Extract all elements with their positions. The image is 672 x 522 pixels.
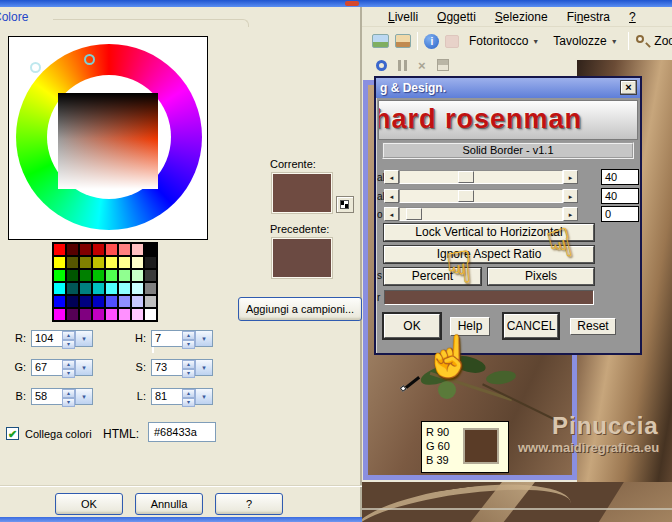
- palette-swatch[interactable]: [118, 256, 131, 269]
- slider-left-arrow-icon[interactable]: ◂: [384, 189, 399, 203]
- r-value-field[interactable]: 104: [32, 331, 62, 346]
- palette-swatch[interactable]: [79, 282, 92, 295]
- menu-livelli[interactable]: Livelli: [388, 10, 418, 24]
- link-colors-checkbox[interactable]: ✔: [6, 427, 19, 440]
- info-icon[interactable]: i: [424, 34, 439, 49]
- browse-image-icon[interactable]: [372, 34, 389, 48]
- slider-track[interactable]: [399, 207, 563, 221]
- slider-right-arrow-icon[interactable]: ▸: [563, 189, 578, 203]
- b-dropdown-icon[interactable]: ▾: [75, 389, 92, 404]
- palette-swatch[interactable]: [105, 269, 118, 282]
- slider-left-arrow-icon[interactable]: ◂: [384, 170, 399, 184]
- palette-swatch[interactable]: [92, 269, 105, 282]
- record-icon[interactable]: [376, 60, 387, 71]
- palette-swatch[interactable]: [92, 308, 105, 321]
- h-down-arrow-icon[interactable]: ▾: [182, 340, 195, 349]
- menu-?[interactable]: ?: [629, 10, 636, 24]
- r-up-arrow-icon[interactable]: ▴: [62, 331, 75, 340]
- g-down-arrow-icon[interactable]: ▾: [62, 369, 75, 378]
- palette-swatch[interactable]: [105, 282, 118, 295]
- l-dropdown-icon[interactable]: ▾: [195, 389, 212, 404]
- fotoritocco-button[interactable]: Fotoritocco ▼: [465, 32, 543, 50]
- slider-track[interactable]: [399, 170, 563, 184]
- s-dropdown-icon[interactable]: ▾: [195, 360, 212, 375]
- palette-swatch[interactable]: [79, 243, 92, 256]
- palette-swatch[interactable]: [53, 295, 66, 308]
- g-value-field[interactable]: 67: [32, 360, 62, 375]
- palette-swatch[interactable]: [66, 308, 79, 321]
- slider-track[interactable]: [399, 189, 563, 203]
- palette-swatch[interactable]: [131, 295, 144, 308]
- palette-swatch[interactable]: [79, 269, 92, 282]
- slider-right-arrow-icon[interactable]: ▸: [563, 170, 578, 184]
- palette-swatch[interactable]: [118, 282, 131, 295]
- tavolozze-button[interactable]: Tavolozze ▼: [549, 32, 621, 50]
- add-to-swatches-button[interactable]: Aggiungi a campioni...: [238, 297, 362, 321]
- l-down-arrow-icon[interactable]: ▾: [182, 398, 195, 407]
- plugin-cancel-button[interactable]: CANCEL: [504, 314, 558, 338]
- slider-value-field[interactable]: 0: [601, 206, 639, 222]
- palette-swatch[interactable]: [66, 295, 79, 308]
- palette-swatch[interactable]: [92, 243, 105, 256]
- help-button[interactable]: ?: [215, 493, 283, 515]
- palette-swatch[interactable]: [144, 295, 157, 308]
- slider-left-arrow-icon[interactable]: ◂: [384, 207, 399, 221]
- g-up-arrow-icon[interactable]: ▴: [62, 360, 75, 369]
- palette-swatch[interactable]: [144, 256, 157, 269]
- border-color-swatch[interactable]: [384, 290, 594, 305]
- palette-swatch[interactable]: [92, 295, 105, 308]
- l-up-arrow-icon[interactable]: ▴: [182, 389, 195, 398]
- html-color-field[interactable]: #68433a: [148, 422, 216, 442]
- slider-thumb[interactable]: [458, 190, 474, 202]
- palette-swatch[interactable]: [53, 243, 66, 256]
- h-up-arrow-icon[interactable]: ▴: [182, 331, 195, 340]
- palette-swatch[interactable]: [66, 243, 79, 256]
- palette-swatch[interactable]: [131, 269, 144, 282]
- ok-button[interactable]: OK: [55, 493, 123, 515]
- pixels-button[interactable]: Pixels: [488, 268, 594, 285]
- palette-swatch[interactable]: [66, 282, 79, 295]
- palette-swatch[interactable]: [53, 269, 66, 282]
- palette-swatch[interactable]: [53, 282, 66, 295]
- palette-swatch[interactable]: [53, 308, 66, 321]
- g-dropdown-icon[interactable]: ▾: [75, 360, 92, 375]
- cancel-button[interactable]: Annulla: [135, 493, 203, 515]
- palette-swatch[interactable]: [131, 282, 144, 295]
- h-value-field[interactable]: 7: [152, 331, 182, 346]
- palette-swatch[interactable]: [92, 256, 105, 269]
- l-value-field[interactable]: 81: [152, 389, 182, 404]
- h-dropdown-icon[interactable]: ▾: [195, 331, 212, 346]
- scan-image-icon[interactable]: [395, 34, 412, 48]
- saturation-lightness-square[interactable]: [58, 93, 158, 189]
- palette-swatch[interactable]: [131, 256, 144, 269]
- palette-swatch[interactable]: [118, 295, 131, 308]
- slider-thumb[interactable]: [458, 171, 474, 183]
- title-bar[interactable]: [0, 0, 672, 7]
- palette-swatch[interactable]: [105, 243, 118, 256]
- transparency-checker-button[interactable]: [336, 196, 354, 213]
- close-icon[interactable]: ×: [620, 80, 637, 95]
- palette-swatch[interactable]: [105, 256, 118, 269]
- palette-swatch[interactable]: [66, 269, 79, 282]
- palette-swatch[interactable]: [131, 243, 144, 256]
- b-down-arrow-icon[interactable]: ▾: [62, 398, 75, 407]
- palette-swatch[interactable]: [118, 269, 131, 282]
- palette-swatch[interactable]: [79, 295, 92, 308]
- hue-selector[interactable]: [84, 54, 95, 65]
- palette-swatch[interactable]: [79, 256, 92, 269]
- palette-swatch[interactable]: [144, 269, 157, 282]
- palette-swatch[interactable]: [144, 243, 157, 256]
- saturation-selector[interactable]: [30, 62, 41, 73]
- palette-swatch[interactable]: [105, 295, 118, 308]
- pause-icon[interactable]: [398, 60, 407, 71]
- palette-swatch[interactable]: [66, 256, 79, 269]
- r-down-arrow-icon[interactable]: ▾: [62, 340, 75, 349]
- slider-value-field[interactable]: 40: [601, 188, 639, 204]
- close-icon[interactable]: [345, 1, 359, 6]
- s-value-field[interactable]: 73: [152, 360, 182, 375]
- plugin-title-bar[interactable]: g & Design.: [376, 78, 640, 98]
- menu-selezione[interactable]: Selezione: [495, 10, 548, 24]
- palette-swatch[interactable]: [118, 308, 131, 321]
- menu-finestra[interactable]: Finestra: [567, 10, 610, 24]
- zoom-magnifier-icon[interactable]: [635, 34, 649, 48]
